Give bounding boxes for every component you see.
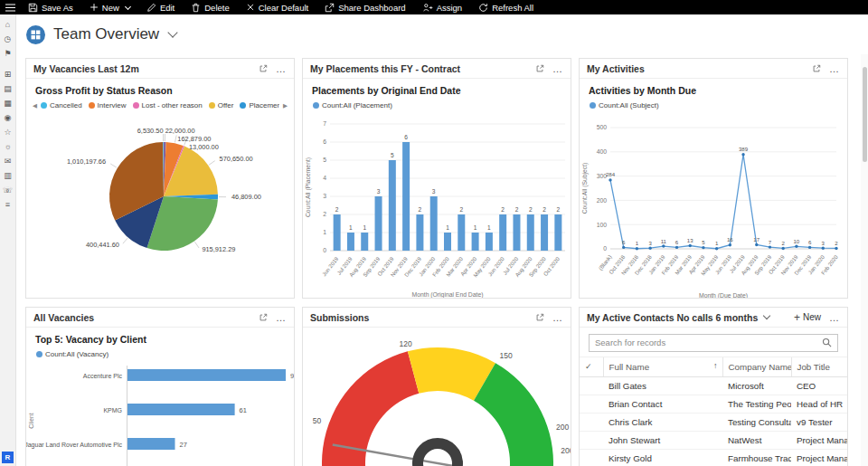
search-icon[interactable] xyxy=(822,338,832,347)
column-header-job-title[interactable]: Job Title xyxy=(791,357,847,376)
svg-text:1: 1 xyxy=(349,224,353,231)
contact-company-link[interactable]: Microsoft xyxy=(722,376,791,395)
delete-button[interactable]: Delete xyxy=(183,0,237,14)
sidebar-item-reports[interactable]: ▥ xyxy=(0,168,15,183)
expand-panel-icon[interactable] xyxy=(259,313,268,322)
expand-panel-icon[interactable] xyxy=(535,313,544,322)
edit-button[interactable]: Edit xyxy=(138,0,183,14)
svg-text:17: 17 xyxy=(753,236,760,243)
dashboard-selector-chevron-icon[interactable] xyxy=(167,27,177,37)
sidebar-item-calls[interactable]: ☏ xyxy=(0,183,15,197)
contact-name-link[interactable]: Kirsty Gold xyxy=(603,449,722,466)
legend-scroll-left-icon[interactable]: ◀ xyxy=(33,102,37,109)
contact-company-link[interactable]: NatWest xyxy=(722,431,791,449)
contact-name-link[interactable]: John Stewart xyxy=(603,431,722,449)
bar-chart: 012345672Jun 20191Jul 20191Aug 20193Sep … xyxy=(303,113,571,299)
expand-panel-icon[interactable] xyxy=(535,64,544,73)
contact-row[interactable]: Bill GatesMicrosoftCEO xyxy=(580,376,847,395)
sidebar-item-activities[interactable]: ▤ xyxy=(0,81,15,96)
panel-my-active-contacts: My Active Contacts No calls 6 months + N… xyxy=(579,307,848,466)
expand-panel-icon[interactable] xyxy=(812,64,821,73)
svg-text:6: 6 xyxy=(675,239,679,245)
clear-default-button[interactable]: Clear Default xyxy=(238,0,316,14)
sidebar-item-recent[interactable]: ◷ xyxy=(0,32,15,46)
svg-text:Jaguar Land Rover Automotive P: Jaguar Land Rover Automotive Plc xyxy=(26,442,122,449)
panel-collapse-chevron-icon[interactable] xyxy=(763,312,770,319)
refresh-all-button[interactable]: Refresh All xyxy=(470,0,542,14)
contact-company-link[interactable]: Testing Consultancy xyxy=(722,413,791,431)
app-badge[interactable]: R xyxy=(2,452,14,463)
column-header-full-name[interactable]: Full Name↑ xyxy=(603,357,722,376)
svg-text:3: 3 xyxy=(648,240,652,246)
sidebar-item-home[interactable]: ⌂ xyxy=(0,17,15,32)
save-as-button[interactable]: Save As xyxy=(20,0,81,14)
sidebar-item-leads[interactable]: ☆ xyxy=(0,125,15,139)
refresh-icon xyxy=(478,3,488,13)
page-title: Team Overview xyxy=(53,25,159,43)
hamburger-menu-icon[interactable] xyxy=(0,4,20,12)
column-header-company-name[interactable]: Company Name xyxy=(722,357,791,376)
svg-text:1: 1 xyxy=(363,224,366,231)
pie-legend: ◀CancelledInterviewLost - other reasonOf… xyxy=(26,98,294,113)
svg-text:3: 3 xyxy=(377,188,381,195)
refresh-all-label: Refresh All xyxy=(492,3,533,13)
legend-scroll-right-icon[interactable]: ▶ xyxy=(283,102,288,109)
pie-chart-svg[interactable]: 22,000.00162,879.0013,000.00570,650.0046… xyxy=(26,113,295,298)
assign-button[interactable]: Assign xyxy=(414,0,471,14)
bar-chart-svg[interactable]: 012345672Jun 20191Jul 20191Aug 20193Sep … xyxy=(303,113,571,299)
sidebar-item-lists[interactable]: ≡ xyxy=(0,197,15,212)
contact-row[interactable]: Chris ClarkTesting Consultancyv9 Tester xyxy=(580,413,847,431)
new-record-button[interactable]: + New xyxy=(794,312,821,322)
sidebar-item-dashboards[interactable]: ⊞ xyxy=(0,67,15,81)
gauge-chart: 50120150200200 xyxy=(303,328,571,466)
contact-name-link[interactable]: Chris Clark xyxy=(603,413,722,431)
line-chart-svg[interactable]: 0100200300400500284(Blank)6Oct 20181Nov … xyxy=(580,113,848,299)
svg-text:22,000.00: 22,000.00 xyxy=(165,127,195,135)
sidebar-item-accounts[interactable]: ▦ xyxy=(0,96,15,110)
sidebar-item-pinned[interactable]: ⚑ xyxy=(0,46,15,61)
contact-company-link[interactable]: The Testing People xyxy=(722,395,791,413)
page-header: Team Overview xyxy=(16,14,868,54)
contact-row[interactable]: Brian ContactThe Testing PeopleHead of H… xyxy=(580,395,847,413)
scrollbar-thumb[interactable] xyxy=(863,67,867,162)
svg-text:6,530.50: 6,530.50 xyxy=(137,127,164,135)
phone-icon: ☏ xyxy=(3,185,13,195)
hbar-legend: Count:All (Vacancy) xyxy=(26,347,294,362)
svg-text:284: 284 xyxy=(606,171,616,177)
select-all-checkmark-icon[interactable]: ✓ xyxy=(580,357,603,376)
contact-row[interactable]: John StewartNatWestProject Manager xyxy=(580,431,847,449)
svg-text:11: 11 xyxy=(661,238,667,244)
expand-panel-icon[interactable] xyxy=(259,64,268,73)
contact-name-link[interactable]: Brian Contact xyxy=(603,395,722,413)
more-options-icon[interactable]: … xyxy=(276,315,287,320)
contact-row[interactable]: Kirsty GoldFarmhouse TradingProject Mana… xyxy=(580,449,847,466)
more-options-icon[interactable]: … xyxy=(552,315,563,320)
more-options-icon[interactable]: … xyxy=(552,66,563,71)
contact-name-link[interactable]: Bill Gates xyxy=(603,376,722,395)
bar-legend: Count:All (Placement) xyxy=(303,98,571,113)
search-input[interactable] xyxy=(589,334,838,352)
sidebar-item-opportunities[interactable]: ☼ xyxy=(0,139,15,154)
hbar-chart-svg[interactable]: 90Accenture Plc61KPMG27Jaguar Land Rover… xyxy=(26,362,295,466)
sidebar-item-contacts[interactable]: ◉ xyxy=(0,110,15,125)
svg-text:162,879.00: 162,879.00 xyxy=(177,135,211,143)
legend-swatch xyxy=(590,102,596,109)
assign-label: Assign xyxy=(437,3,463,13)
svg-text:6: 6 xyxy=(622,239,626,245)
panel-title: My Activities xyxy=(587,63,645,74)
clear-icon xyxy=(246,3,255,12)
share-dashboard-button[interactable]: Share Dashboard xyxy=(316,0,413,14)
more-options-icon[interactable]: … xyxy=(829,66,840,71)
svg-text:389: 389 xyxy=(739,146,749,152)
more-options-icon[interactable]: … xyxy=(276,66,287,71)
svg-text:10: 10 xyxy=(793,238,799,244)
sidebar-item-email[interactable]: ✉ xyxy=(0,154,15,168)
gauge-chart-svg[interactable]: 50120150200200 xyxy=(303,328,571,466)
vertical-scrollbar[interactable] xyxy=(861,54,868,466)
new-button[interactable]: New xyxy=(81,0,138,14)
contact-company-link[interactable]: Farmhouse Trading xyxy=(722,449,791,466)
more-options-icon[interactable]: … xyxy=(829,315,840,320)
hbar-chart: 90Accenture Plc61KPMG27Jaguar Land Rover… xyxy=(26,362,294,466)
dashboard-grid-icon: ⊞ xyxy=(5,70,12,79)
legend-item: Offer xyxy=(209,101,234,109)
